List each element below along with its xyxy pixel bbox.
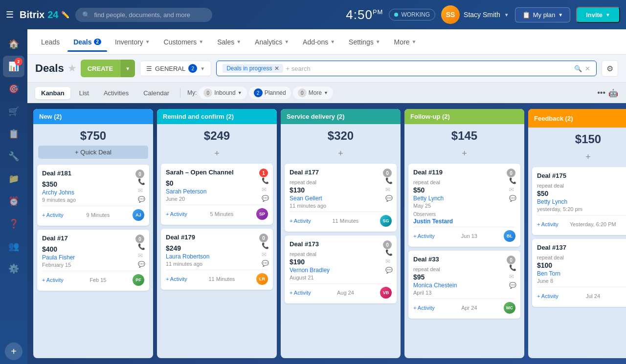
add-activity[interactable]: + Activity <box>42 212 64 218</box>
card-person[interactable]: Sarah Peterson <box>166 188 268 195</box>
sidebar-item-team[interactable]: 👥 <box>3 236 24 257</box>
card-person[interactable]: Sean Gellert <box>290 195 392 202</box>
global-search[interactable]: 🔍 <box>75 8 212 22</box>
deal-card[interactable]: Deal #179 0 $249 Laura Robertson 11 minu… <box>161 229 273 290</box>
sidebar-item-feed[interactable]: 📊 2 <box>3 56 24 77</box>
phone-icon[interactable]: 📞 <box>262 242 269 249</box>
email-icon[interactable]: ✉ <box>262 186 269 193</box>
sidebar-item-help[interactable]: ❓ <box>3 213 24 235</box>
add-activity[interactable]: + Activity <box>290 290 311 296</box>
chat-icon[interactable]: 💬 <box>385 195 393 202</box>
chat-icon[interactable]: 💬 <box>509 195 516 202</box>
phone-icon[interactable]: 📞 <box>509 264 516 271</box>
email-icon[interactable]: ✉ <box>509 186 516 193</box>
deal-card[interactable]: Deal #119 0 repeat deal $50 Betty Lynch … <box>408 164 520 247</box>
card-person[interactable]: Ben Torn <box>537 270 626 277</box>
col-add-button[interactable]: + <box>404 146 524 162</box>
quick-deal-button[interactable]: + Quick Deal <box>38 146 148 159</box>
planned-filter[interactable]: 2 Planned <box>249 86 291 99</box>
deal-card[interactable]: Deal #173 0 repeat deal $190 Vernon Brad… <box>285 236 397 303</box>
hamburger-icon[interactable]: ☰ <box>6 9 14 20</box>
nav-item-deals[interactable]: Deals 2 <box>67 35 107 49</box>
observer-name[interactable]: Justin Testard <box>413 218 515 225</box>
sidebar-item-home[interactable]: 🏠 <box>3 33 24 55</box>
email-icon[interactable]: ✉ <box>138 252 145 259</box>
search-icon[interactable]: 🔍 <box>574 65 582 72</box>
deal-card[interactable]: Deal #177 0 repeat deal $130 Sean Geller… <box>285 164 397 232</box>
add-activity[interactable]: + Activity <box>537 221 559 227</box>
nav-item-sales[interactable]: Sales ▼ <box>211 35 247 49</box>
sidebar-add-button[interactable]: + <box>5 343 22 360</box>
more-options[interactable]: ••• 🤖 <box>597 88 618 98</box>
deal-card[interactable]: Deal #137 1 repeat deal $100 Ben Torn Ju… <box>532 239 626 307</box>
add-activity[interactable]: + Activity <box>537 293 559 299</box>
deal-card[interactable]: Sarah – Open Channel 1 $0 Sarah Peterson… <box>161 164 273 225</box>
tab-calendar[interactable]: Calendar <box>137 87 175 99</box>
nav-item-customers[interactable]: Customers ▼ <box>158 35 210 49</box>
nav-item-more[interactable]: More ▼ <box>388 35 423 49</box>
card-person[interactable]: Betty Lynch <box>413 195 515 202</box>
email-icon[interactable]: ✉ <box>138 187 145 194</box>
tab-kanban[interactable]: Kanban <box>35 87 70 99</box>
close-icon[interactable]: ✕ <box>585 65 590 72</box>
card-person[interactable]: Archy Johns <box>42 189 144 196</box>
search-input[interactable] <box>94 11 205 19</box>
sidebar-item-tasks[interactable]: 📋 <box>3 123 24 145</box>
chat-icon[interactable]: 💬 <box>138 196 145 203</box>
nav-item-inventory[interactable]: Inventory ▼ <box>109 35 156 49</box>
deal-card[interactable]: Deal #17 0 $400 Paula Fisher February 15… <box>37 230 149 291</box>
nav-item-analytics[interactable]: Analytics ▼ <box>249 35 295 49</box>
tab-list[interactable]: List <box>73 87 95 99</box>
email-icon[interactable]: ✉ <box>385 258 393 265</box>
chat-icon[interactable]: 💬 <box>262 195 269 202</box>
chat-icon[interactable]: 💬 <box>138 261 145 268</box>
chat-icon[interactable]: 💬 <box>509 282 516 289</box>
add-activity[interactable]: + Activity <box>166 276 187 282</box>
nav-item-addons[interactable]: Add-ons ▼ <box>297 35 341 49</box>
phone-icon[interactable]: 📞 <box>385 177 393 184</box>
edit-icon[interactable]: ✏️ <box>61 11 69 19</box>
chat-icon[interactable]: 💬 <box>385 267 393 274</box>
col-add-button[interactable]: + <box>157 146 277 162</box>
phone-icon[interactable]: 📞 <box>385 249 393 256</box>
phone-icon[interactable]: 📞 <box>262 177 269 184</box>
card-person[interactable]: Betty Lynch <box>537 198 626 205</box>
create-button[interactable]: CREATE ▼ <box>81 60 135 77</box>
inbound-filter[interactable]: 0 Inbound ▼ <box>199 86 246 99</box>
add-activity[interactable]: + Activity <box>290 218 311 224</box>
settings-gear-button[interactable]: ⚙ <box>602 60 618 77</box>
card-person[interactable]: Monica Chestein <box>413 282 515 289</box>
filter-button[interactable]: ☰ GENERAL 2 ▼ <box>140 61 211 76</box>
email-icon[interactable]: ✉ <box>385 186 393 193</box>
add-activity[interactable]: + Activity <box>166 211 187 217</box>
sidebar-item-shop[interactable]: 🛒 <box>3 101 24 122</box>
deal-card[interactable]: Deal #33 0 repeat deal $95 Monica Cheste… <box>408 251 520 319</box>
email-icon[interactable]: ✉ <box>262 251 269 258</box>
more-filter[interactable]: 0 More ▼ <box>293 86 333 99</box>
search-filter[interactable]: Deals in progress ✕ + search 🔍 ✕ <box>216 61 597 76</box>
phone-icon[interactable]: 📞 <box>509 177 516 184</box>
sidebar-item-docs[interactable]: 📁 <box>3 168 24 190</box>
sidebar-item-tools[interactable]: 🔧 <box>3 146 24 167</box>
close-icon[interactable]: ✕ <box>274 65 279 72</box>
nav-item-settings[interactable]: Settings ▼ <box>343 35 386 49</box>
col-add-button[interactable]: + <box>281 146 401 162</box>
my-plan-button[interactable]: 📋 My plan ▼ <box>515 7 570 22</box>
working-status[interactable]: WORKING <box>389 9 435 21</box>
phone-icon[interactable]: 📞 <box>138 243 145 250</box>
add-activity[interactable]: + Activity <box>42 277 64 283</box>
tab-activities[interactable]: Activities <box>98 87 134 99</box>
sidebar-item-settings[interactable]: ⚙️ <box>3 258 24 279</box>
chat-icon[interactable]: 💬 <box>262 260 269 267</box>
card-person[interactable]: Vernon Bradley <box>290 267 392 274</box>
col-add-button[interactable]: + <box>528 149 626 165</box>
deal-card[interactable]: Deal #175 0 repeat deal $50 Betty Lynch … <box>532 167 626 235</box>
add-activity[interactable]: + Activity <box>413 233 435 239</box>
deal-card[interactable]: Deal #181 0 $350 Archy Johns 9 minutes a… <box>37 165 149 226</box>
phone-icon[interactable]: 📞 <box>138 178 145 185</box>
invite-button[interactable]: Invite ▼ <box>576 7 620 23</box>
user-section[interactable]: SS Stacy Smith ▼ <box>441 5 509 24</box>
sidebar-item-time[interactable]: ⏰ <box>3 191 24 212</box>
email-icon[interactable]: ✉ <box>509 273 516 280</box>
star-icon[interactable]: ★ <box>68 63 76 74</box>
